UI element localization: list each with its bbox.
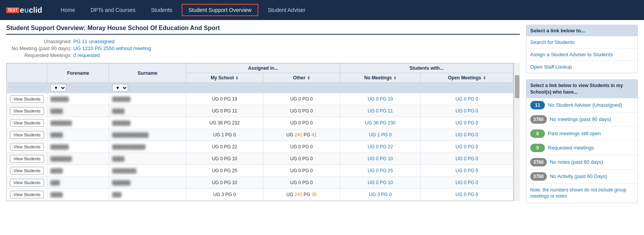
badge-label[interactable]: No meetings (past 90 days) bbox=[550, 116, 611, 122]
cell-open-meetings[interactable]: UG 0 PG 0 bbox=[421, 153, 513, 165]
sidebar-link-assign[interactable]: Assign a Student Adviser to Students bbox=[526, 49, 637, 61]
cell-open-meetings[interactable]: UG 0 PG 0 bbox=[421, 105, 513, 117]
view-students-button[interactable]: View Students bbox=[10, 179, 44, 186]
sidebar-section1-header: Select a link below to... bbox=[526, 25, 637, 36]
th-open-meetings[interactable]: Open Meetings ⇕ bbox=[421, 73, 513, 83]
open-meetings-link[interactable]: UG 0 PG 0 bbox=[455, 132, 478, 138]
cell-forename: ████ bbox=[47, 165, 109, 177]
view-students-btn-cell: View Students bbox=[7, 141, 47, 153]
badge-label[interactable]: No Student Adviser (Unassigned) bbox=[548, 102, 622, 108]
no-meeting-label: No Meeting (past 90 days): bbox=[6, 45, 72, 51]
summary-requested: Requested Meetings: 0 requested bbox=[6, 52, 520, 58]
no-meetings-link[interactable]: UG 1 PG 0 bbox=[369, 132, 392, 138]
nav-students[interactable]: Students bbox=[145, 5, 178, 15]
sidebar-section-links: Select a link below to... Search for Stu… bbox=[526, 25, 638, 73]
open-meetings-link[interactable]: UG 0 PG 0 bbox=[455, 108, 478, 114]
cell-no-meetings[interactable]: UG 3 PG 0 bbox=[340, 189, 421, 201]
view-students-button[interactable]: View Students bbox=[10, 131, 44, 139]
view-students-button[interactable]: View Students bbox=[10, 119, 44, 127]
nav-student-adviser[interactable]: Student Adviser bbox=[261, 5, 312, 15]
no-meetings-link[interactable]: UG 0 PG 11 bbox=[368, 108, 393, 114]
scrollbar-thumb[interactable] bbox=[515, 75, 519, 98]
other-link[interactable]: 35 bbox=[312, 192, 317, 197]
open-meetings-link[interactable]: UG 0 PG 0 bbox=[455, 192, 478, 197]
cell-no-meetings[interactable]: UG 0 PG 19 bbox=[340, 93, 421, 105]
badge-label[interactable]: Past meetings still open bbox=[548, 131, 601, 136]
no-meetings-link[interactable]: UG 0 PG 19 bbox=[368, 96, 393, 102]
view-students-btn-cell: View Students bbox=[7, 105, 47, 117]
sidebar-badge-row[interactable]: 0Past meetings still open bbox=[526, 127, 637, 141]
badge-count: 11 bbox=[530, 101, 545, 109]
nav-home[interactable]: Home bbox=[54, 5, 81, 15]
open-meetings-link[interactable]: UG 0 PG 0 bbox=[455, 96, 478, 102]
no-meetings-link[interactable]: UG 36 PG 230 bbox=[365, 120, 396, 126]
view-students-button[interactable]: View Students bbox=[10, 191, 44, 198]
filter-forename[interactable]: ▼ bbox=[47, 83, 109, 93]
other-link[interactable]: 241 bbox=[295, 132, 302, 138]
open-meetings-link[interactable]: UG 0 PG 0 bbox=[455, 180, 478, 185]
other-link[interactable]: 41 bbox=[312, 132, 317, 138]
cell-no-meetings[interactable]: UG 0 PG 10 bbox=[340, 153, 421, 165]
cell-no-meetings[interactable]: UG 36 PG 230 bbox=[340, 117, 421, 129]
cell-open-meetings[interactable]: UG 0 PG 0 bbox=[421, 117, 513, 129]
cell-open-meetings[interactable]: UG 0 PG 0 bbox=[421, 141, 513, 153]
cell-open-meetings[interactable]: UG 0 PG 0 bbox=[421, 165, 513, 177]
cell-surname: ████████ bbox=[109, 165, 186, 177]
requested-value[interactable]: 0 requested bbox=[73, 52, 100, 58]
sidebar-badge-row[interactable]: 3760No meetings (past 90 days) bbox=[526, 112, 637, 127]
sidebar-badge-row[interactable]: 3760No notes (past 60 days) bbox=[526, 155, 637, 170]
sort-icon-open-meetings: ⇕ bbox=[483, 76, 486, 80]
th-no-meetings[interactable]: No Meetings ⇕ bbox=[340, 73, 421, 83]
cell-open-meetings[interactable]: UG 0 PG 0 bbox=[421, 189, 513, 201]
view-students-button[interactable]: View Students bbox=[10, 95, 44, 103]
no-meetings-link[interactable]: UG 0 PG 10 bbox=[368, 180, 393, 185]
content-area: Student Support Overview: Moray House Sc… bbox=[6, 25, 520, 209]
cell-open-meetings[interactable]: UG 0 PG 0 bbox=[421, 177, 513, 189]
badge-label[interactable]: No Activity (past 60 Days) bbox=[550, 173, 607, 179]
cell-forename: ██████ bbox=[47, 141, 109, 153]
open-meetings-link[interactable]: UG 0 PG 0 bbox=[455, 120, 478, 126]
student-table: Forename Surname Assigned in... Students… bbox=[7, 63, 513, 201]
nav-student-support[interactable]: Student Support Overview bbox=[182, 4, 258, 16]
cell-no-meetings[interactable]: UG 0 PG 25 bbox=[340, 165, 421, 177]
th-my-school[interactable]: My School ⇕ bbox=[186, 73, 263, 83]
cell-my-school: UG 0 PG 25 bbox=[186, 165, 263, 177]
table-row: View Students███████UG 3 PG 0UG 243 PG 3… bbox=[7, 189, 513, 201]
view-students-button[interactable]: View Students bbox=[10, 143, 44, 151]
no-meeting-value[interactable]: UG 1210 PG 2550 without meeting bbox=[73, 45, 151, 51]
badge-label[interactable]: Requested meetings bbox=[548, 145, 594, 151]
no-meetings-link[interactable]: UG 0 PG 22 bbox=[368, 144, 393, 149]
nav-dpts[interactable]: DPTs and Courses bbox=[84, 5, 142, 15]
cell-no-meetings[interactable]: UG 0 PG 11 bbox=[340, 105, 421, 117]
cell-open-meetings[interactable]: UG 0 PG 0 bbox=[421, 93, 513, 105]
no-meetings-link[interactable]: UG 3 PG 0 bbox=[369, 192, 392, 197]
unassigned-value[interactable]: PG 11 unassigned bbox=[73, 39, 115, 44]
open-meetings-link[interactable]: UG 0 PG 0 bbox=[455, 168, 478, 173]
sidebar-badge-row[interactable]: 3760No Activity (past 60 Days) bbox=[526, 170, 637, 183]
cell-other: UG 243 PG 35 bbox=[263, 189, 340, 201]
cell-open-meetings[interactable]: UG 0 PG 0 bbox=[421, 129, 513, 141]
badge-label[interactable]: No notes (past 60 days) bbox=[550, 159, 603, 165]
sidebar-link-staff[interactable]: Open Staff Lookup bbox=[526, 61, 637, 73]
no-meetings-link[interactable]: UG 0 PG 25 bbox=[368, 168, 393, 173]
cell-forename: ████ bbox=[47, 189, 109, 201]
cell-no-meetings[interactable]: UG 0 PG 10 bbox=[340, 177, 421, 189]
cell-surname: ███ bbox=[109, 189, 186, 201]
cell-surname: ███████████ bbox=[109, 141, 186, 153]
view-students-button[interactable]: View Students bbox=[10, 107, 44, 115]
sidebar-badge-row[interactable]: 11No Student Adviser (Unassigned) bbox=[526, 98, 637, 112]
cell-no-meetings[interactable]: UG 1 PG 0 bbox=[340, 129, 421, 141]
view-students-button[interactable]: View Students bbox=[10, 155, 44, 163]
other-link[interactable]: 243 bbox=[295, 192, 302, 197]
filter-surname[interactable]: ▼ bbox=[109, 83, 186, 93]
sidebar-badge-row[interactable]: 0Requested meetings bbox=[526, 141, 637, 155]
cell-no-meetings[interactable]: UG 0 PG 22 bbox=[340, 141, 421, 153]
open-meetings-link[interactable]: UG 0 PG 0 bbox=[455, 156, 478, 161]
open-meetings-link[interactable]: UG 0 PG 0 bbox=[455, 144, 478, 149]
sidebar-link-search[interactable]: Search for Students bbox=[526, 36, 637, 49]
view-students-button[interactable]: View Students bbox=[10, 167, 44, 175]
th-other[interactable]: Other ⇕ bbox=[263, 73, 340, 83]
table-scrollbar[interactable] bbox=[514, 63, 520, 201]
cell-my-school: UG 0 PG 10 bbox=[186, 177, 263, 189]
no-meetings-link[interactable]: UG 0 PG 10 bbox=[368, 156, 393, 161]
